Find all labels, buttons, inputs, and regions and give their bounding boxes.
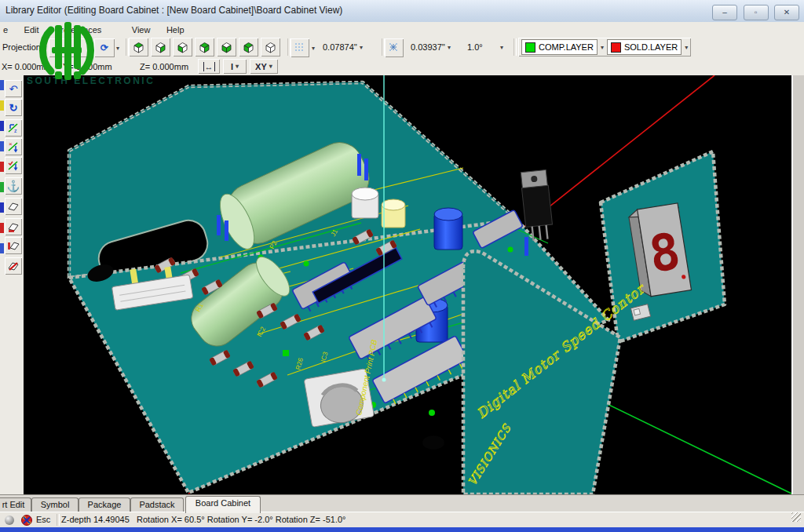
clipped-toolbar-icon[interactable]	[0, 162, 4, 172]
projection-dropdown[interactable]: Projection ▾	[0, 38, 49, 56]
plane-bottom-edge-button[interactable]	[5, 218, 22, 235]
comp-layer-selector[interactable]: COMP.LAYER	[521, 39, 598, 55]
grid-minor-dropdown[interactable]: 0.03937'' ▾	[408, 38, 453, 56]
chevron-down-icon: ▾	[448, 44, 451, 51]
plane-diagonal-icon	[7, 260, 20, 272]
main-toolbar: Projection ▾ ⟳ ▾	[0, 36, 804, 59]
redraw-button[interactable]: ⟳	[94, 38, 115, 57]
view-cube-back-button[interactable]	[195, 38, 214, 56]
sold-layer-swatch	[611, 42, 621, 53]
esc-button[interactable]: Esc	[36, 515, 50, 524]
anchor-icon: ⚓	[6, 180, 20, 192]
translate-z-button[interactable]: z	[5, 119, 22, 137]
yellow-led	[382, 199, 405, 228]
view-cube-top-button[interactable]	[129, 38, 148, 56]
cube-right-icon	[154, 41, 167, 54]
clipped-toolbar-icon[interactable]	[0, 243, 4, 253]
view-cube-front-button[interactable]	[173, 38, 192, 56]
grid-major-dropdown[interactable]: 0.07874'' ▾	[320, 38, 365, 56]
view-cube-iso-button[interactable]	[261, 38, 280, 56]
clipped-toolbar-icon[interactable]	[0, 100, 4, 111]
translate-x-button[interactable]: ×	[5, 138, 22, 155]
cube-iso-icon	[264, 41, 277, 54]
translate-y-icon	[7, 159, 20, 172]
coord-x: X= 0.000mm	[2, 62, 51, 71]
tab-padstack[interactable]: Padstack	[130, 497, 184, 512]
plane-diagonal-button[interactable]	[5, 257, 22, 275]
clipped-toolbar-icon[interactable]	[0, 202, 4, 213]
window-right-gutter	[793, 75, 804, 494]
grid-icon	[294, 42, 305, 53]
menu-preferences[interactable]: Preferences	[49, 24, 108, 36]
undo-button[interactable]: ↶	[5, 80, 22, 97]
tab-part-edit[interactable]: rt Edit	[0, 497, 31, 512]
toolbar-separator	[513, 38, 517, 56]
tab-board-cabinet[interactable]: Board Cabinet	[185, 496, 261, 513]
angle-step-dropdown[interactable]: 1.0° ▾	[465, 38, 506, 56]
clipped-toolbar-icon[interactable]	[0, 80, 4, 90]
cube-front-icon	[176, 41, 189, 54]
clipped-toolbar-icon[interactable]	[0, 121, 4, 131]
resize-grip[interactable]	[791, 512, 801, 522]
translate-x-icon: ×	[7, 140, 20, 153]
board-cabinet-3d-view[interactable]: SOUTH ELECTRONIC 8	[24, 75, 793, 494]
clipped-toolbar-icon[interactable]	[0, 141, 4, 151]
status-bar: Esc Z-depth 14.49045 Rotation X= 60.5° R…	[0, 512, 804, 528]
chevron-down-icon[interactable]: ▾	[685, 44, 688, 51]
translate-y-button[interactable]	[5, 157, 22, 174]
axis-xy-button[interactable]: XY ▾	[250, 59, 278, 74]
menu-help[interactable]: Help	[160, 24, 191, 36]
pan-tool-button[interactable]	[69, 38, 88, 57]
library-editor-window: { "window": { "title": "Library Editor (…	[0, 0, 804, 532]
grid-toggle-button[interactable]	[291, 38, 309, 57]
plane-left-edge-button[interactable]	[5, 237, 22, 254]
view-cube-right-button[interactable]	[151, 38, 170, 56]
coordinate-bar: X= 0.000mm Y= 0.000mm Z= 0.000mm ↔ I ▾ X…	[0, 59, 804, 76]
title-bar[interactable]: Library Editor (Editing Board Cabinet : …	[0, 0, 804, 23]
snap-grid-button[interactable]	[385, 38, 404, 57]
refresh-icon: ⟳	[100, 42, 108, 53]
clipped-toolbar-icon[interactable]	[0, 182, 4, 192]
rotate-view-button[interactable]: ↻	[5, 99, 22, 116]
fit-view-button[interactable]: ↔	[198, 59, 220, 74]
plane-view-button[interactable]	[5, 198, 22, 215]
chevron-down-icon[interactable]: ▾	[116, 45, 119, 52]
axis-i-button[interactable]: I ▾	[223, 59, 247, 74]
tab-package[interactable]: Package	[79, 497, 130, 512]
chevron-down-icon[interactable]: ▾	[312, 45, 315, 52]
menu-view[interactable]: View	[126, 24, 157, 36]
minimize-button[interactable]: –	[712, 5, 737, 20]
anchor-button[interactable]: ⚓	[5, 177, 22, 195]
board-cabinet-scene: SOUTH ELECTRONIC 8	[24, 75, 791, 494]
coord-y: Y= 0.000mm	[63, 62, 112, 71]
chevron-down-icon[interactable]: ▾	[601, 44, 604, 51]
tab-symbol[interactable]: Symbol	[31, 497, 79, 512]
status-message: Z-depth 14.49045 Rotation X= 60.5° Rotat…	[61, 515, 345, 524]
status-sphere-icon	[5, 516, 14, 525]
view-cube-left-button[interactable]	[217, 38, 236, 56]
window-title: Library Editor (Editing Board Cabinet : …	[5, 5, 342, 16]
close-button[interactable]: ✕	[774, 5, 799, 20]
coord-z: Z= 0.000mm	[140, 62, 188, 71]
status-separator	[57, 514, 60, 526]
sold-layer-selector[interactable]: SOLD.LAYER	[607, 39, 682, 55]
menu-edit[interactable]: Edit	[18, 24, 46, 36]
abort-icon[interactable]	[21, 515, 32, 526]
rotate-icon: ↻	[9, 102, 18, 114]
svg-text:z: z	[14, 128, 17, 133]
watermark-text: SOUTH ELECTRONIC	[27, 75, 155, 86]
clipped-toolbar-icon[interactable]	[0, 223, 4, 233]
view-cube-bottom-button[interactable]	[239, 38, 258, 56]
chevron-down-icon: ▾	[269, 63, 272, 70]
zoom-tool-button[interactable]	[49, 38, 68, 57]
menu-file[interactable]: e	[0, 24, 14, 36]
restore-button[interactable]: ▫	[744, 5, 769, 20]
chevron-down-icon: ▾	[43, 44, 46, 51]
plane-icon	[7, 200, 20, 213]
cube-back-icon	[198, 41, 211, 54]
fit-width-icon: ↔	[203, 62, 215, 71]
mounting-hole	[422, 435, 444, 450]
undo-icon: ↶	[9, 83, 18, 95]
chevron-down-icon: ▾	[236, 63, 239, 70]
editor-tab-bar: rt Edit Symbol Package Padstack Board Ca…	[0, 494, 804, 512]
